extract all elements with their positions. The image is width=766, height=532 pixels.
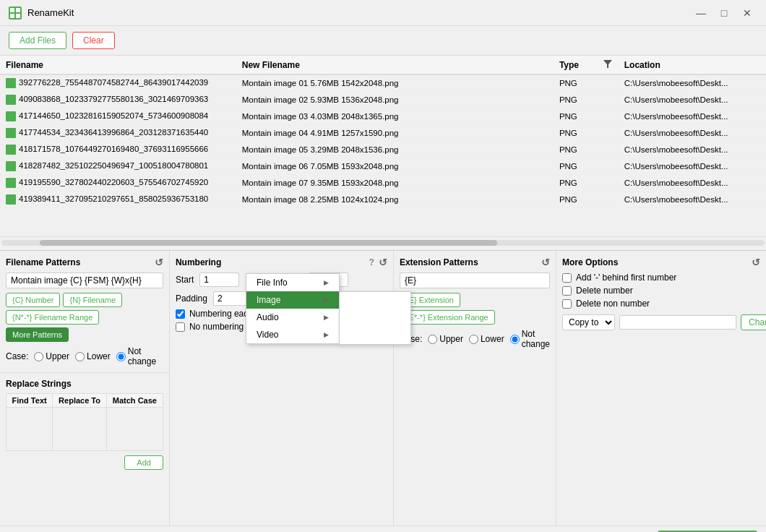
table-row[interactable]: 409083868_10233792775580136_302146970936…	[0, 92, 766, 108]
minimize-button[interactable]: —	[691, 5, 711, 21]
cell-filter	[598, 175, 619, 192]
cell-newfilename: Montain image 08 2.25MB 1024x1024.png	[236, 192, 554, 208]
menu-file-info[interactable]: File Info ▶	[246, 274, 339, 291]
extension-pattern-input[interactable]	[400, 273, 550, 288]
numbering-refresh[interactable]: ↺	[379, 257, 387, 268]
submenu-height[interactable]: Height	[340, 309, 410, 327]
ext-case-upper-label[interactable]: Upper	[428, 334, 463, 344]
file-info-arrow: ▶	[324, 279, 329, 286]
filename-range-pattern-btn[interactable]: {N*-*} Filename Range	[6, 310, 99, 325]
filter-icon[interactable]	[603, 60, 612, 70]
add-replace-button[interactable]: Add	[124, 455, 163, 470]
left-panels: Filename Patterns ↺ {C} Number {N} Filen…	[0, 251, 170, 525]
replace-strings-title: Replace Strings	[6, 379, 163, 389]
cell-newfilename: Montain image 05 3.29MB 2048x1536.png	[236, 142, 554, 158]
filename-pattern-input[interactable]	[6, 273, 163, 288]
table-row[interactable]: 418287482_325102250496947_10051800478080…	[0, 158, 766, 175]
table-row[interactable]: 419195590_327802440220603_57554670274592…	[0, 175, 766, 192]
change-button[interactable]: Change	[741, 314, 766, 330]
cell-newfilename: Montain image 01 5.76MB 1542x2048.png	[236, 74, 554, 92]
menu-audio[interactable]: Audio ▶	[246, 309, 339, 326]
cell-newfilename: Montain image 02 5.93MB 1536x2048.png	[236, 92, 554, 108]
col-match-case: Match Case	[106, 394, 163, 408]
case-lower-radio[interactable]	[75, 352, 85, 361]
file-table-scroll[interactable]: Filename New Filename Type Location 3927…	[0, 56, 766, 236]
cell-filter	[598, 192, 619, 208]
add-dash-checkbox[interactable]	[562, 273, 572, 283]
number-pattern-btn[interactable]: {C} Number	[6, 293, 60, 307]
app-icon	[9, 7, 22, 20]
ext-case-nochange-radio[interactable]	[510, 335, 520, 344]
clear-button[interactable]: Clear	[72, 32, 115, 49]
footer: Reset Batch Rename	[0, 525, 766, 532]
cell-location: C:\Users\mobeesoft\Deskt...	[619, 142, 766, 158]
cell-filename: 417144650_10232816159052074_573460090808…	[0, 108, 236, 125]
numbering-start-input[interactable]	[199, 273, 239, 287]
case-lower-label[interactable]: Lower	[75, 351, 111, 361]
submenu-width[interactable]: Width	[340, 292, 410, 309]
video-arrow: ▶	[324, 331, 329, 338]
delete-non-number-checkbox[interactable]	[562, 299, 572, 309]
cell-filter	[598, 92, 619, 108]
col-header-filter[interactable]	[598, 56, 619, 74]
horizontal-scrollbar[interactable]	[0, 236, 766, 248]
extension-case-group: Case: Upper Lower Not change	[400, 329, 550, 349]
cell-filename: 418287482_325102250496947_10051800478080…	[0, 158, 236, 175]
scrollbar-thumb[interactable]	[40, 240, 498, 246]
cell-filter	[598, 74, 619, 92]
replace-empty-row	[7, 408, 163, 451]
case-nochange-label[interactable]: Not change	[116, 346, 163, 366]
no-numbering-checkbox[interactable]	[176, 322, 185, 332]
maximize-button[interactable]: □	[714, 5, 734, 21]
cell-filter	[598, 125, 619, 142]
col-header-location: Location	[619, 56, 766, 74]
cell-type: PNG	[554, 142, 598, 158]
cell-filename: 418171578_1076449270169480_3769311695566…	[0, 142, 236, 158]
close-button[interactable]: ✕	[737, 5, 757, 21]
ext-case-nochange-label[interactable]: Not change	[510, 329, 550, 349]
add-dash-row: Add '-' behind first number	[562, 273, 760, 283]
cell-filename: 419389411_327095210297651_85802593675318…	[0, 192, 236, 208]
more-patterns-button[interactable]: More Patterns	[6, 327, 69, 342]
audio-arrow: ▶	[324, 314, 329, 321]
table-row[interactable]: 392776228_7554487074582744_8643901744203…	[0, 74, 766, 92]
menu-video[interactable]: Video ▶	[246, 326, 339, 343]
cell-type: PNG	[554, 192, 598, 208]
table-row[interactable]: 417744534_323436413996864_20312837163544…	[0, 125, 766, 142]
scrollbar-track	[1, 240, 765, 246]
extension-range-btn[interactable]: {E*-*} Extension Range	[400, 310, 495, 325]
submenu-resolution[interactable]: Resolution	[340, 327, 410, 344]
numbering-help-icon[interactable]: ?	[369, 257, 374, 267]
table-row[interactable]: 417144650_10232816159052074_573460090808…	[0, 108, 766, 125]
filename-patterns-refresh[interactable]: ↺	[155, 257, 163, 268]
file-icon	[6, 178, 16, 188]
menu-image[interactable]: Image ▶ Width Height Resolution	[246, 291, 339, 309]
more-options-refresh[interactable]: ↺	[752, 257, 760, 268]
file-icon	[6, 95, 16, 105]
case-nochange-radio[interactable]	[116, 352, 126, 361]
table-row[interactable]: 418171578_1076449270169480_3769311695566…	[0, 142, 766, 158]
copy-to-select[interactable]: Copy to Move to	[562, 314, 615, 330]
ext-case-upper-radio[interactable]	[428, 335, 437, 344]
delete-number-checkbox[interactable]	[562, 286, 572, 296]
filename-case-group: Case: Upper Lower Not change	[6, 346, 163, 366]
ext-case-lower-label[interactable]: Lower	[469, 334, 504, 344]
add-files-button[interactable]: Add Files	[9, 32, 66, 49]
cell-location: C:\Users\mobeesoft\Deskt...	[619, 175, 766, 192]
copy-to-path-input[interactable]	[619, 315, 736, 330]
extension-refresh[interactable]: ↺	[541, 257, 550, 268]
col-header-filename: Filename	[0, 56, 236, 74]
ext-case-lower-radio[interactable]	[469, 335, 478, 344]
delete-non-number-row: Delete non number	[562, 299, 760, 309]
numbering-each-checkbox[interactable]	[176, 309, 185, 319]
cell-filename: 419195590_327802440220603_57554670274592…	[0, 175, 236, 192]
extension-patterns-title: Extension Patterns ↺	[400, 257, 550, 268]
replace-strings-panel: Replace Strings Find Text Replace To Mat…	[0, 373, 169, 525]
case-upper-radio[interactable]	[34, 352, 43, 361]
table-row[interactable]: 419389411_327095210297651_85802593675318…	[0, 192, 766, 208]
col-header-newfilename: New Filename	[236, 56, 554, 74]
filename-pattern-btn[interactable]: {N} Filename	[63, 293, 122, 307]
case-upper-label[interactable]: Upper	[34, 351, 69, 361]
file-icon	[6, 194, 16, 205]
file-icon	[6, 78, 16, 88]
